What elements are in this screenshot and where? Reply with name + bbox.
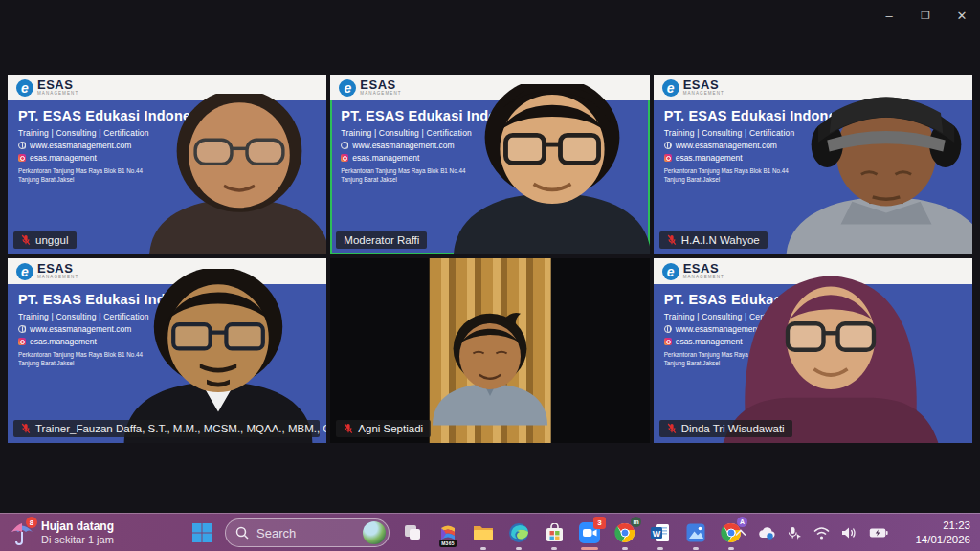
logo-text: ESAS [37,262,78,275]
participant-tile-fauzan[interactable]: e ESAS MANAGEMENT PT. ESAS Edukasi Indon… [8,258,326,443]
task-view-icon [403,523,422,542]
muted-mic-icon [667,423,677,434]
start-button[interactable] [189,520,214,545]
participant-name-tag: Trainer_Fauzan Daffa, S.T., M.M., MCSM.,… [13,420,320,437]
chrome-profile-badge: m [631,517,641,527]
instagram-icon [341,154,348,162]
zoom-app[interactable]: 3 [577,520,602,545]
weather-subtext: Di sekitar 1 jam [41,534,114,546]
logo-subtext: MANAGEMENT [37,92,78,97]
volume-icon[interactable] [841,526,858,540]
microsoft-store-app[interactable] [542,520,567,545]
maximize-button[interactable]: ❐ [907,1,944,30]
search-input[interactable] [256,526,355,540]
running-indicator [551,547,557,550]
file-explorer-app[interactable] [471,520,496,545]
participant-video-dinda [711,260,950,443]
participant-name: Trainer_Fauzan Daffa, S.T., M.M., MCSM.,… [35,423,326,434]
company-instagram: esas.management [352,153,419,163]
logo-text: ESAS [360,78,401,91]
search-highlight-image[interactable] [363,521,386,544]
running-indicator [657,547,663,550]
participant-tile-agni[interactable]: Agni Septiadi [330,258,649,443]
close-button[interactable]: ✕ [944,1,980,30]
esas-logo-icon: e [662,263,679,280]
muted-mic-icon [21,423,31,434]
company-instagram: esas.management [30,337,97,346]
weather-widget[interactable]: 8 Hujan datang Di sekitar 1 jam [10,514,114,551]
microphone-in-use-icon[interactable] [787,526,802,540]
instagram-icon [18,338,26,345]
participant-video-wahyoe [762,88,972,254]
participant-video-agni [413,289,567,443]
participant-video-unggul [129,94,327,254]
file-explorer-icon [473,522,494,543]
window-titlebar: – ❐ ✕ [0,0,980,31]
participant-tile-moderator-raffi[interactable]: e ESAS MANAGEMENT PT. ESAS Edukasi Indon… [330,75,649,254]
windows-logo-icon [191,522,212,543]
tray-time: 21:23 [943,518,970,533]
taskbar-clock[interactable]: 21:23 14/01/2026 [915,514,970,551]
globe-icon [664,325,672,333]
instagram-icon [664,338,672,345]
edge-icon [508,522,529,543]
muted-mic-icon [344,423,353,434]
globe-icon [664,142,672,149]
search-icon [235,526,249,540]
participant-name: H.A.I.N Wahyoe [681,234,760,246]
company-instagram: esas.management [30,153,97,163]
chrome-app-profile-1[interactable]: m [612,520,637,545]
participant-tile-unggul[interactable]: e ESAS MANAGEMENT PT. ESAS Edukasi Indon… [8,75,326,254]
logo-subtext: MANAGEMENT [360,92,401,97]
word-app[interactable]: W [648,520,673,545]
copilot-m365-app[interactable]: M365 [435,520,460,545]
system-tray [735,514,888,551]
word-icon: W [650,522,671,543]
taskbar-apps: M365 [189,514,744,551]
running-indicator [480,547,486,550]
edge-app[interactable] [506,520,531,545]
onedrive-cloud-icon[interactable] [758,527,775,540]
participant-name-tag: Dinda Tri Wisudawati [659,420,792,437]
participant-name: Moderator Raffi [344,234,419,246]
esas-logo-icon: e [16,263,33,280]
company-website: www.esasmanagement.com [30,141,131,150]
participant-name: Dinda Tri Wisudawati [681,423,785,434]
participant-name: unggul [35,234,69,246]
minimize-button[interactable]: – [871,1,907,30]
svg-text:W: W [653,529,661,539]
taskbar: 8 Hujan datang Di sekitar 1 jam [0,513,980,551]
active-app-indicator [581,547,598,550]
battery-charging-icon[interactable] [869,527,888,539]
participant-name-tag: unggul [13,231,77,249]
running-indicator [516,547,522,550]
wifi-icon[interactable] [813,527,830,540]
participant-video-fauzan [103,269,326,443]
tray-date: 14/01/2026 [915,533,970,547]
store-icon [545,523,565,543]
company-instagram: esas.management [676,153,743,163]
participant-name-tag: Agni Septiadi [336,420,431,437]
running-indicator [693,547,699,550]
globe-icon [18,142,26,149]
participant-tile-wahyoe[interactable]: e ESAS MANAGEMENT PT. ESAS Edukasi Indon… [654,75,972,254]
participant-name-tag: H.A.I.N Wahyoe [659,231,768,249]
globe-icon [18,325,26,333]
esas-logo-icon: e [339,79,356,97]
instagram-icon [664,154,672,162]
esas-logo-icon: e [662,79,679,97]
zoom-notification-badge: 3 [593,517,606,529]
participant-tile-dinda[interactable]: e ESAS MANAGEMENT PT. ESAS Edukasi Indon… [654,258,972,443]
photos-icon [685,522,706,543]
globe-icon [341,142,348,149]
photos-app[interactable] [683,520,708,545]
instagram-icon [18,154,26,162]
weather-headline: Hujan datang [41,519,114,533]
task-view-button[interactable] [400,520,425,545]
participant-video-raffi [433,84,650,254]
muted-mic-icon [21,234,31,246]
taskbar-search[interactable] [225,518,390,547]
tray-chevron-up-icon[interactable] [735,529,746,537]
running-indicator [728,547,734,550]
logo-subtext: MANAGEMENT [37,276,78,280]
